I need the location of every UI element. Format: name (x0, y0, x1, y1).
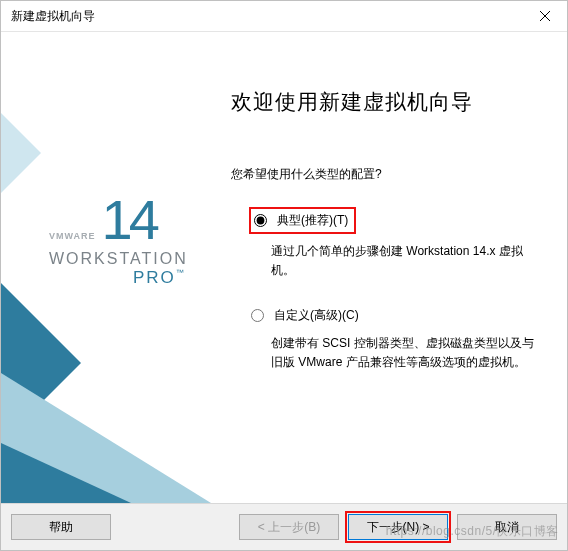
close-button[interactable] (522, 1, 567, 31)
next-button[interactable]: 下一步(N) > (348, 514, 448, 540)
content-panel: 欢迎使用新建虚拟机向导 您希望使用什么类型的配置? 典型(推荐)(T) 通过几个… (211, 32, 567, 503)
brand-tm-symbol: ™ (176, 268, 186, 277)
help-button[interactable]: 帮助 (11, 514, 111, 540)
close-icon (540, 11, 550, 21)
radio-custom[interactable] (251, 309, 264, 322)
window-title: 新建虚拟机向导 (11, 8, 95, 25)
config-question: 您希望使用什么类型的配置? (231, 166, 537, 183)
option-custom-desc: 创建带有 SCSI 控制器类型、虚拟磁盘类型以及与旧版 VMware 产品兼容性… (271, 334, 537, 371)
option-custom: 自定义(高级)(C) 创建带有 SCSI 控制器类型、虚拟磁盘类型以及与旧版 V… (249, 305, 537, 371)
option-typical-head[interactable]: 典型(推荐)(T) (249, 207, 356, 234)
brand-pro-label: PRO (133, 268, 176, 287)
svg-marker-2 (1, 113, 41, 193)
next-button-highlight: 下一步(N) > (345, 511, 451, 543)
option-custom-head[interactable]: 自定义(高级)(C) (249, 305, 537, 326)
option-typical: 典型(推荐)(T) 通过几个简单的步骤创建 Workstation 14.x 虚… (249, 207, 537, 279)
footer-button-bar: 帮助 < 上一步(B) 下一步(N) > 取消 (1, 503, 567, 550)
page-heading: 欢迎使用新建虚拟机向导 (231, 88, 537, 116)
back-button[interactable]: < 上一步(B) (239, 514, 339, 540)
brand-block: VMWARE 14 WORKSTATION PRO™ (49, 192, 188, 288)
config-options: 典型(推荐)(T) 通过几个简单的步骤创建 Workstation 14.x 虚… (231, 207, 537, 371)
dialog-body: VMWARE 14 WORKSTATION PRO™ 欢迎使用新建虚拟机向导 您… (1, 32, 567, 503)
option-custom-label: 自定义(高级)(C) (274, 307, 359, 324)
brand-version-number: 14 (102, 192, 156, 248)
cancel-button[interactable]: 取消 (457, 514, 557, 540)
wizard-window: 新建虚拟机向导 VMWARE 14 WORKSTATION (0, 0, 568, 551)
sidebar-graphic: VMWARE 14 WORKSTATION PRO™ (1, 32, 211, 503)
option-typical-desc: 通过几个简单的步骤创建 Workstation 14.x 虚拟机。 (271, 242, 537, 279)
titlebar: 新建虚拟机向导 (1, 1, 567, 32)
brand-pro-text: PRO™ (49, 268, 188, 288)
brand-vmware-text: VMWARE (49, 231, 96, 241)
brand-workstation-text: WORKSTATION (49, 250, 188, 268)
option-typical-label: 典型(推荐)(T) (277, 212, 348, 229)
radio-typical[interactable] (254, 214, 267, 227)
